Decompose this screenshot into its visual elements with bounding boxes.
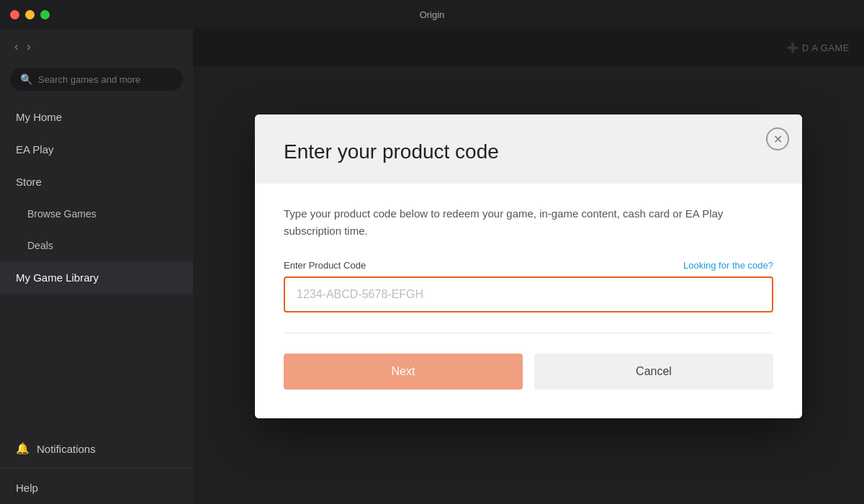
modal-divider	[284, 333, 773, 333]
sidebar-nav-row: ‹ ›	[0, 29, 193, 65]
search-bar[interactable]: 🔍 Search games and more	[10, 68, 183, 91]
sidebar-item-browse-games[interactable]: Browse Games	[0, 198, 193, 230]
next-button[interactable]: Next	[284, 354, 523, 390]
sidebar-item-label-my-home: My Home	[16, 111, 62, 123]
minimize-button[interactable]	[25, 10, 35, 19]
sidebar-item-label-browse-games: Browse Games	[27, 208, 96, 220]
sidebar-item-notifications[interactable]: 🔔 Notifications	[0, 432, 193, 465]
modal-description: Type your product code below to redeem y…	[284, 205, 773, 240]
product-code-input[interactable]	[284, 276, 773, 312]
search-placeholder: Search games and more	[38, 74, 140, 85]
help-link[interactable]: Looking for the code?	[683, 260, 773, 271]
sidebar-item-label-deals: Deals	[27, 240, 53, 251]
sidebar-item-label-notifications: Notifications	[37, 443, 96, 455]
modal-close-button[interactable]: ✕	[766, 127, 789, 150]
modal-footer: Next Cancel	[284, 354, 773, 397]
field-label: Enter Product Code	[284, 260, 366, 271]
app-body: ‹ › 🔍 Search games and more My Home EA P…	[0, 29, 864, 504]
sidebar-divider	[0, 468, 193, 469]
modal-header: Enter your product code ✕	[255, 114, 802, 184]
maximize-button[interactable]	[40, 10, 50, 19]
sidebar-item-store[interactable]: Store	[0, 166, 193, 198]
close-button[interactable]	[10, 10, 19, 19]
search-icon: 🔍	[20, 73, 32, 85]
sidebar-item-my-home[interactable]: My Home	[0, 101, 193, 133]
nav-forward-icon[interactable]: ›	[27, 40, 30, 53]
app-title: Origin	[420, 9, 445, 20]
product-code-modal: Enter your product code ✕ Type your prod…	[255, 114, 802, 418]
nav-back-icon[interactable]: ‹	[14, 40, 18, 53]
modal-title: Enter your product code	[284, 140, 773, 163]
sidebar-item-label-my-game-library: My Game Library	[16, 271, 99, 284]
sidebar-item-label-help: Help	[16, 482, 38, 494]
sidebar-item-label-store: Store	[16, 176, 42, 188]
window-controls	[10, 10, 50, 19]
main-content: ➕ D A GAME Enter your product code ✕ Typ…	[193, 29, 864, 504]
sidebar-item-ea-play[interactable]: EA Play	[0, 133, 193, 166]
sidebar-item-label-ea-play: EA Play	[16, 143, 54, 156]
field-row: Enter Product Code Looking for the code?	[284, 260, 773, 271]
sidebar-bottom: 🔔 Notifications Help	[0, 432, 193, 504]
bell-icon: 🔔	[16, 442, 30, 455]
sidebar: ‹ › 🔍 Search games and more My Home EA P…	[0, 29, 193, 504]
modal-body: Type your product code below to redeem y…	[255, 184, 802, 418]
title-bar: Origin	[0, 0, 864, 29]
sidebar-item-help[interactable]: Help	[0, 472, 193, 504]
sidebar-item-my-game-library[interactable]: My Game Library	[0, 261, 193, 294]
cancel-button[interactable]: Cancel	[534, 354, 773, 390]
sidebar-item-deals[interactable]: Deals	[0, 230, 193, 261]
